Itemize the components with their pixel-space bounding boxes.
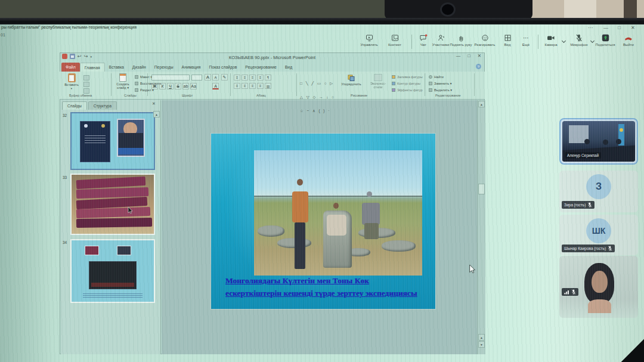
meeting-close-button[interactable]: ✕ [631,25,635,30]
clock-text: 01 [1,33,5,37]
layout-button[interactable]: Макет ▾ [135,75,152,79]
underline-button[interactable]: Ч [167,83,174,89]
man-sitting-graphic [360,191,382,239]
tab-insert[interactable]: Вставка [105,63,128,72]
tab-slideshow[interactable]: Показ слайдов [205,63,242,72]
find-button[interactable]: Найти [429,75,444,79]
leave-button[interactable]: Выйти [616,33,641,50]
tab-outline-panel[interactable]: Структура [88,101,117,110]
group-divider [474,73,475,96]
shape-fill-button[interactable]: Заливка фигуры [392,75,423,79]
font-size-select[interactable] [191,75,202,81]
grow-font-button[interactable]: А [205,74,211,81]
cut-button[interactable] [83,75,89,81]
bullets-icon[interactable]: ≡ [234,75,240,81]
camera-chevron-icon[interactable] [562,36,565,42]
select-button[interactable]: Выделить ▾ [429,88,452,92]
tab-slides-panel[interactable]: Слайды [62,101,87,110]
clear-formatting-button[interactable]: ✎ [221,74,228,81]
monitor-photo: ры ғибратты ғалым" республикалық ғылыми-… [0,0,644,362]
slide-caption: Монголиядағы Күлтегін мен Тоны Көк ескер… [225,275,417,300]
camera-button[interactable]: Камера [538,33,564,50]
ribbon-tabs: Файл Главная Вставка Дизайн Переходы Ани… [60,62,485,72]
participant-video-tile[interactable]: Аленур Серикпай [559,118,638,165]
new-slide-button[interactable]: Создать слайд ▾ [113,73,132,90]
tab-home[interactable]: Главная [80,63,105,72]
participants-icon [437,33,445,42]
slide-thumbnail-33[interactable] [70,174,155,235]
strikethrough-button[interactable]: S [175,83,181,89]
shape-effects-button[interactable]: Эффекты фигур [392,88,423,92]
participant-audio-tile[interactable]: ШК Шынар Каирова (гость) [559,215,638,255]
ppt-maximize-button[interactable]: □ [467,53,470,58]
line-spacing-icon[interactable]: ¶ [265,75,271,81]
mic-muted-icon [587,202,592,208]
italic-button[interactable]: К [159,83,166,89]
webcam [385,0,532,19]
content-button[interactable]: Контент [382,33,407,50]
columns-icon[interactable]: ▥ [265,83,271,89]
text-shadow-button[interactable]: ab [182,83,189,89]
table-graphic [91,283,134,287]
scroll-up-icon[interactable]: ▲ [478,101,485,107]
previous-slide-icon[interactable]: ▲ [478,334,485,341]
align-right-icon[interactable]: ≡ [249,83,256,89]
font-color-button[interactable]: А [212,83,219,89]
tab-review[interactable]: Рецензирование [241,63,280,72]
tab-design[interactable]: Дизайн [128,63,150,72]
tab-animations[interactable]: Анимация [178,63,205,72]
powerpoint-titlebar[interactable]: ↩ ↪ ▾ КОЗЫБАЕВ 90.pptx - Microsoft Power… [60,52,485,62]
meeting-more-window-button[interactable]: ⋯ [588,25,593,30]
paste-button[interactable]: Вставить ▾ [63,73,80,91]
arrange-button[interactable]: Упорядочить [338,74,365,86]
slide-thumbnail-32[interactable] [70,112,155,170]
font-name-select[interactable] [151,75,190,81]
participant-audio-tile[interactable]: З Зира (гость) [559,171,638,212]
tab-file[interactable]: Файл [61,63,80,72]
shrink-font-button[interactable]: А [212,74,219,81]
more-button[interactable]: ⋯ Ещё [513,33,538,50]
raise-hand-button[interactable]: Поднять руку [448,33,473,50]
section-icon [135,88,138,92]
bold-button[interactable]: Ж [151,83,158,89]
microphone-button[interactable]: Микрофон [566,33,592,50]
share-button[interactable]: Поделиться [593,33,618,50]
shape-effects-icon [392,88,395,92]
meeting-minimize-button[interactable]: — [603,25,608,30]
shape-outline-icon [392,82,395,85]
replace-button[interactable]: Заменить ▾ [429,82,452,85]
portrait-band-graphic [118,148,144,154]
next-slide-icon[interactable]: ▼ [478,341,485,348]
tab-transitions[interactable]: Переходы [150,63,178,72]
shapes-gallery[interactable]: □ ╲ ╱ ▭ ○ ▷ △ ▽ ◇ → ↓ ○ ☆ ~ ∧ ( ) · [300,73,335,114]
group-divider [230,73,231,96]
numbering-icon[interactable]: ≡ [242,75,248,81]
editor-scrollbar[interactable]: ▲ ▲ ▼ [477,100,485,354]
shape-outline-button[interactable]: Контур фигуры [392,82,420,85]
meeting-maximize-button[interactable]: □ [618,25,621,30]
indent-decrease-icon[interactable]: ≡ [249,75,256,81]
react-button[interactable]: Реагировать [472,33,497,50]
participant-video-tile[interactable] [559,256,638,318]
panel-scroll-up-icon[interactable]: ▲ [153,111,160,117]
scroll-thumb[interactable] [478,184,485,194]
copy-button[interactable] [83,82,89,87]
format-painter-button[interactable] [83,88,89,94]
ppt-minimize-button[interactable]: — [456,53,461,58]
help-icon[interactable]: ? [476,64,481,69]
indent-increase-icon[interactable]: ≡ [257,75,264,81]
slide-panel-close-icon[interactable]: ✕ [152,101,156,106]
select-icon [429,88,432,92]
quick-styles-button[interactable]: Экспресс-стили [366,74,390,89]
participant-name-label: Зира (гость) [562,201,595,209]
manage-button[interactable]: Управлять [357,33,382,50]
emblem-graphic [101,124,105,128]
align-center-icon[interactable]: ≡ [242,83,248,89]
justify-icon[interactable]: ≡ [257,83,264,89]
slide-number: 32 [63,113,67,117]
ppt-close-button[interactable]: ✕ [478,53,481,58]
tab-view[interactable]: Вид [281,63,296,72]
slide-thumbnail-34[interactable] [70,239,155,303]
align-left-icon[interactable]: ≡ [234,83,240,89]
change-case-button[interactable]: Аа [190,83,197,89]
